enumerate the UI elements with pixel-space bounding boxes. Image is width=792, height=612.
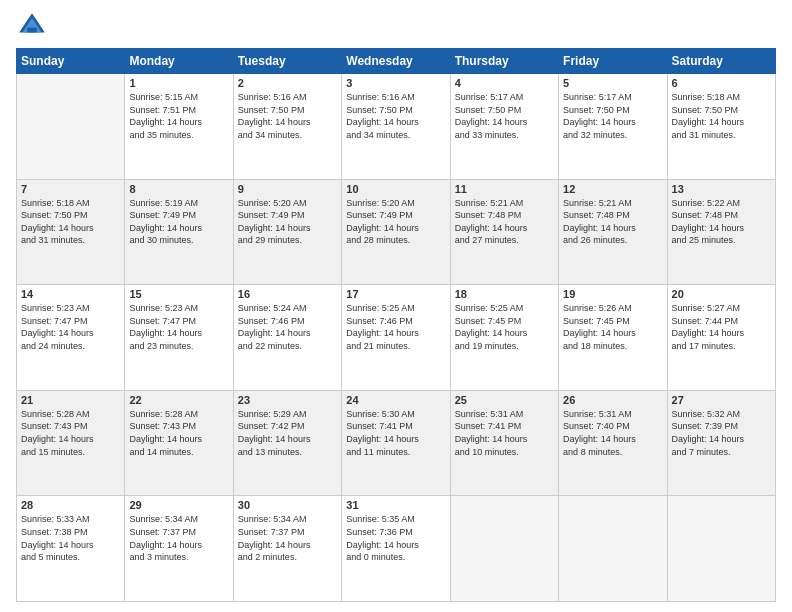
day-info: Sunrise: 5:21 AMSunset: 7:48 PMDaylight:… [563,197,662,247]
calendar-cell [450,496,558,602]
day-number: 23 [238,394,337,406]
day-info: Sunrise: 5:29 AMSunset: 7:42 PMDaylight:… [238,408,337,458]
day-number: 12 [563,183,662,195]
day-info: Sunrise: 5:30 AMSunset: 7:41 PMDaylight:… [346,408,445,458]
calendar-cell: 19Sunrise: 5:26 AMSunset: 7:45 PMDayligh… [559,285,667,391]
calendar-cell: 12Sunrise: 5:21 AMSunset: 7:48 PMDayligh… [559,179,667,285]
day-number: 3 [346,77,445,89]
day-info: Sunrise: 5:20 AMSunset: 7:49 PMDaylight:… [346,197,445,247]
day-number: 20 [672,288,771,300]
calendar-table: SundayMondayTuesdayWednesdayThursdayFrid… [16,48,776,602]
calendar-cell: 31Sunrise: 5:35 AMSunset: 7:36 PMDayligh… [342,496,450,602]
calendar-cell: 25Sunrise: 5:31 AMSunset: 7:41 PMDayligh… [450,390,558,496]
day-info: Sunrise: 5:25 AMSunset: 7:46 PMDaylight:… [346,302,445,352]
day-info: Sunrise: 5:31 AMSunset: 7:41 PMDaylight:… [455,408,554,458]
day-info: Sunrise: 5:16 AMSunset: 7:50 PMDaylight:… [346,91,445,141]
calendar-cell: 5Sunrise: 5:17 AMSunset: 7:50 PMDaylight… [559,74,667,180]
calendar-cell: 3Sunrise: 5:16 AMSunset: 7:50 PMDaylight… [342,74,450,180]
calendar-cell: 4Sunrise: 5:17 AMSunset: 7:50 PMDaylight… [450,74,558,180]
day-number: 25 [455,394,554,406]
day-info: Sunrise: 5:16 AMSunset: 7:50 PMDaylight:… [238,91,337,141]
day-number: 9 [238,183,337,195]
day-info: Sunrise: 5:33 AMSunset: 7:38 PMDaylight:… [21,513,120,563]
day-number: 15 [129,288,228,300]
calendar-cell: 20Sunrise: 5:27 AMSunset: 7:44 PMDayligh… [667,285,775,391]
day-info: Sunrise: 5:24 AMSunset: 7:46 PMDaylight:… [238,302,337,352]
day-number: 27 [672,394,771,406]
calendar-week-row: 21Sunrise: 5:28 AMSunset: 7:43 PMDayligh… [17,390,776,496]
calendar-header-friday: Friday [559,49,667,74]
day-info: Sunrise: 5:34 AMSunset: 7:37 PMDaylight:… [238,513,337,563]
calendar-cell: 9Sunrise: 5:20 AMSunset: 7:49 PMDaylight… [233,179,341,285]
day-info: Sunrise: 5:23 AMSunset: 7:47 PMDaylight:… [21,302,120,352]
calendar-cell: 17Sunrise: 5:25 AMSunset: 7:46 PMDayligh… [342,285,450,391]
day-info: Sunrise: 5:15 AMSunset: 7:51 PMDaylight:… [129,91,228,141]
calendar-cell: 1Sunrise: 5:15 AMSunset: 7:51 PMDaylight… [125,74,233,180]
day-info: Sunrise: 5:23 AMSunset: 7:47 PMDaylight:… [129,302,228,352]
calendar-cell: 8Sunrise: 5:19 AMSunset: 7:49 PMDaylight… [125,179,233,285]
day-number: 19 [563,288,662,300]
calendar-header-saturday: Saturday [667,49,775,74]
day-info: Sunrise: 5:26 AMSunset: 7:45 PMDaylight:… [563,302,662,352]
calendar-cell: 6Sunrise: 5:18 AMSunset: 7:50 PMDaylight… [667,74,775,180]
day-number: 4 [455,77,554,89]
calendar-header-wednesday: Wednesday [342,49,450,74]
calendar-cell: 15Sunrise: 5:23 AMSunset: 7:47 PMDayligh… [125,285,233,391]
calendar-cell: 10Sunrise: 5:20 AMSunset: 7:49 PMDayligh… [342,179,450,285]
day-info: Sunrise: 5:28 AMSunset: 7:43 PMDaylight:… [129,408,228,458]
day-info: Sunrise: 5:32 AMSunset: 7:39 PMDaylight:… [672,408,771,458]
calendar-week-row: 7Sunrise: 5:18 AMSunset: 7:50 PMDaylight… [17,179,776,285]
day-number: 7 [21,183,120,195]
calendar-cell: 24Sunrise: 5:30 AMSunset: 7:41 PMDayligh… [342,390,450,496]
day-info: Sunrise: 5:35 AMSunset: 7:36 PMDaylight:… [346,513,445,563]
logo [16,10,52,42]
calendar-cell: 26Sunrise: 5:31 AMSunset: 7:40 PMDayligh… [559,390,667,496]
calendar-cell: 23Sunrise: 5:29 AMSunset: 7:42 PMDayligh… [233,390,341,496]
day-number: 5 [563,77,662,89]
day-info: Sunrise: 5:18 AMSunset: 7:50 PMDaylight:… [672,91,771,141]
day-number: 31 [346,499,445,511]
day-info: Sunrise: 5:18 AMSunset: 7:50 PMDaylight:… [21,197,120,247]
calendar-cell: 21Sunrise: 5:28 AMSunset: 7:43 PMDayligh… [17,390,125,496]
day-number: 10 [346,183,445,195]
calendar-cell: 18Sunrise: 5:25 AMSunset: 7:45 PMDayligh… [450,285,558,391]
calendar-cell: 14Sunrise: 5:23 AMSunset: 7:47 PMDayligh… [17,285,125,391]
calendar-cell [559,496,667,602]
calendar-week-row: 14Sunrise: 5:23 AMSunset: 7:47 PMDayligh… [17,285,776,391]
day-number: 18 [455,288,554,300]
day-info: Sunrise: 5:20 AMSunset: 7:49 PMDaylight:… [238,197,337,247]
day-info: Sunrise: 5:21 AMSunset: 7:48 PMDaylight:… [455,197,554,247]
calendar-header-sunday: Sunday [17,49,125,74]
header [16,10,776,42]
calendar-header-row: SundayMondayTuesdayWednesdayThursdayFrid… [17,49,776,74]
logo-icon [16,10,48,42]
calendar-header-tuesday: Tuesday [233,49,341,74]
page: SundayMondayTuesdayWednesdayThursdayFrid… [0,0,792,612]
day-number: 22 [129,394,228,406]
day-number: 16 [238,288,337,300]
calendar-cell: 13Sunrise: 5:22 AMSunset: 7:48 PMDayligh… [667,179,775,285]
calendar-cell: 27Sunrise: 5:32 AMSunset: 7:39 PMDayligh… [667,390,775,496]
calendar-cell: 7Sunrise: 5:18 AMSunset: 7:50 PMDaylight… [17,179,125,285]
day-number: 6 [672,77,771,89]
day-number: 17 [346,288,445,300]
day-info: Sunrise: 5:25 AMSunset: 7:45 PMDaylight:… [455,302,554,352]
day-info: Sunrise: 5:34 AMSunset: 7:37 PMDaylight:… [129,513,228,563]
day-info: Sunrise: 5:28 AMSunset: 7:43 PMDaylight:… [21,408,120,458]
day-number: 2 [238,77,337,89]
calendar-cell: 16Sunrise: 5:24 AMSunset: 7:46 PMDayligh… [233,285,341,391]
calendar-header-thursday: Thursday [450,49,558,74]
calendar-week-row: 1Sunrise: 5:15 AMSunset: 7:51 PMDaylight… [17,74,776,180]
calendar-cell: 11Sunrise: 5:21 AMSunset: 7:48 PMDayligh… [450,179,558,285]
day-number: 24 [346,394,445,406]
calendar-cell [667,496,775,602]
calendar-cell: 30Sunrise: 5:34 AMSunset: 7:37 PMDayligh… [233,496,341,602]
calendar-cell: 2Sunrise: 5:16 AMSunset: 7:50 PMDaylight… [233,74,341,180]
day-info: Sunrise: 5:27 AMSunset: 7:44 PMDaylight:… [672,302,771,352]
day-number: 26 [563,394,662,406]
day-number: 14 [21,288,120,300]
day-info: Sunrise: 5:17 AMSunset: 7:50 PMDaylight:… [455,91,554,141]
calendar-cell [17,74,125,180]
svg-rect-2 [27,28,37,33]
calendar-cell: 22Sunrise: 5:28 AMSunset: 7:43 PMDayligh… [125,390,233,496]
